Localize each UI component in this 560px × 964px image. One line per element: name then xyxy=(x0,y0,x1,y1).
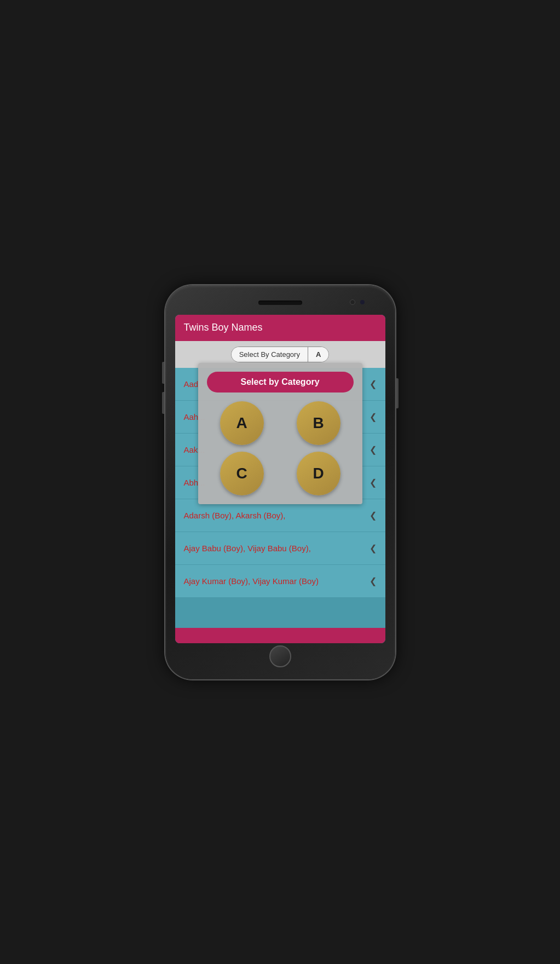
share-icon[interactable]: ❮ xyxy=(370,445,377,455)
letter-d-button[interactable]: D xyxy=(297,452,340,495)
list-item[interactable]: Ajay Kumar (Boy), Vijay Kumar (Boy) ❮ xyxy=(175,565,385,598)
sensor xyxy=(360,300,365,304)
app-bar: Twins Boy Names xyxy=(175,315,385,341)
speaker xyxy=(258,301,302,305)
letter-c-button[interactable]: C xyxy=(220,452,264,495)
dropdown-overlay: Select by Category A B C D xyxy=(198,363,362,504)
volume-down-button[interactable] xyxy=(162,392,164,414)
share-icon[interactable]: ❮ xyxy=(370,379,377,389)
share-icon[interactable]: ❮ xyxy=(370,412,377,422)
list-item[interactable]: Ajay Babu (Boy), Vijay Babu (Boy), ❮ xyxy=(175,532,385,565)
list-item-text: Adarsh (Boy), Akarsh (Boy), xyxy=(184,511,365,520)
app-title: Twins Boy Names xyxy=(184,322,263,333)
letter-b-button[interactable]: B xyxy=(297,401,340,445)
category-selector[interactable]: Select By Category A xyxy=(231,347,330,362)
volume-up-button[interactable] xyxy=(162,362,164,384)
phone-bottom xyxy=(175,648,385,665)
share-icon[interactable]: ❮ xyxy=(370,576,377,586)
share-icon[interactable]: ❮ xyxy=(370,510,377,521)
letter-grid: A B C D xyxy=(207,401,354,495)
phone-top-bar xyxy=(175,295,385,310)
share-icon[interactable]: ❮ xyxy=(370,543,377,553)
category-selected-value: A xyxy=(308,347,328,362)
category-selector-label: Select By Category xyxy=(232,347,308,362)
list-item[interactable]: Adarsh (Boy), Akarsh (Boy), ❮ xyxy=(175,499,385,532)
phone-frame: Twins Boy Names Select By Category A Sel… xyxy=(165,285,395,679)
share-icon[interactable]: ❮ xyxy=(370,477,377,488)
camera xyxy=(350,299,355,305)
list-item-text: Ajay Kumar (Boy), Vijay Kumar (Boy) xyxy=(184,576,365,586)
home-button[interactable] xyxy=(269,645,291,667)
list-item-text: Ajay Babu (Boy), Vijay Babu (Boy), xyxy=(184,544,365,553)
phone-screen: Twins Boy Names Select By Category A Sel… xyxy=(175,315,385,643)
bottom-bar xyxy=(175,628,385,643)
power-button[interactable] xyxy=(396,378,399,408)
select-by-category-button[interactable]: Select by Category xyxy=(207,372,354,392)
letter-a-button[interactable]: A xyxy=(220,401,264,445)
